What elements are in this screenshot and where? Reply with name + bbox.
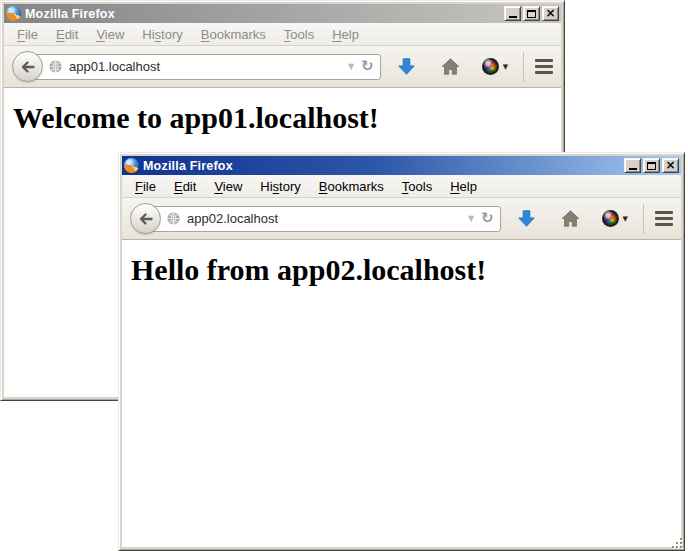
firefox-icon — [6, 6, 21, 21]
menu-panel-button[interactable] — [535, 59, 553, 74]
globe-icon — [166, 211, 181, 226]
firefox-window-app02[interactable]: Mozilla Firefox × File Edit View History… — [118, 152, 685, 551]
menu-tools[interactable]: Tools — [275, 24, 323, 45]
menu-bookmarks[interactable]: Bookmarks — [310, 176, 393, 197]
toolbar-separator — [643, 204, 644, 234]
urlbar-dropdown-icon[interactable]: ▼ — [343, 62, 359, 71]
menu-file[interactable]: File — [126, 176, 165, 197]
back-button[interactable] — [130, 203, 161, 234]
extension-caret-icon: ▼ — [623, 215, 628, 223]
extension-button[interactable]: ▼ — [602, 210, 628, 227]
url-bar[interactable]: ▼ ↻ — [27, 54, 381, 80]
close-icon: × — [545, 7, 555, 19]
maximize-button[interactable] — [523, 6, 540, 21]
page-content: Hello from app02.localhost! — [122, 240, 681, 547]
menu-bookmarks[interactable]: Bookmarks — [192, 24, 275, 45]
maximize-icon — [647, 162, 656, 170]
downloads-button[interactable] — [517, 209, 536, 228]
menu-tools[interactable]: Tools — [393, 176, 441, 197]
minimize-button[interactable] — [504, 6, 521, 21]
firefox-icon — [124, 158, 139, 173]
hamburger-icon — [655, 211, 673, 214]
window-controls: × — [624, 158, 679, 173]
extension-caret-icon: ▼ — [503, 63, 508, 71]
downloads-button[interactable] — [397, 57, 416, 76]
url-input[interactable] — [65, 59, 343, 74]
title-bar[interactable]: Mozilla Firefox × — [4, 4, 561, 23]
extension-button[interactable]: ▼ — [482, 58, 508, 75]
home-icon — [441, 57, 460, 76]
menu-edit[interactable]: Edit — [165, 176, 205, 197]
resize-grip[interactable] — [670, 536, 683, 549]
back-arrow-icon — [20, 59, 36, 75]
maximize-button[interactable] — [643, 158, 660, 173]
reload-icon[interactable]: ↻ — [359, 59, 376, 74]
home-button[interactable] — [561, 209, 580, 228]
menu-panel-button[interactable] — [655, 211, 673, 226]
close-button[interactable]: × — [662, 158, 679, 173]
menu-help[interactable]: Help — [441, 176, 486, 197]
urlbar-dropdown-icon[interactable]: ▼ — [463, 214, 479, 223]
maximize-icon — [527, 10, 536, 18]
menu-bar: File Edit View History Bookmarks Tools H… — [122, 175, 681, 198]
url-bar[interactable]: ▼ ↻ — [145, 206, 501, 232]
menu-edit[interactable]: Edit — [47, 24, 87, 45]
download-arrow-icon — [397, 57, 416, 76]
menu-bar: File Edit View History Bookmarks Tools H… — [4, 23, 561, 46]
back-arrow-icon — [138, 211, 154, 227]
color-wheel-icon — [602, 210, 619, 227]
menu-view[interactable]: View — [87, 24, 133, 45]
menu-help[interactable]: Help — [323, 24, 368, 45]
hamburger-icon — [535, 59, 553, 62]
window-title: Mozilla Firefox — [143, 159, 624, 173]
menu-view[interactable]: View — [205, 176, 251, 197]
home-icon — [561, 209, 580, 228]
reload-icon[interactable]: ↻ — [479, 211, 496, 226]
globe-icon — [48, 59, 63, 74]
navigation-toolbar: ▼ ↻ ▼ — [4, 46, 561, 88]
window-controls: × — [504, 6, 559, 21]
download-arrow-icon — [517, 209, 536, 228]
page-heading: Welcome to app01.localhost! — [13, 101, 561, 135]
minimize-icon — [509, 16, 517, 18]
home-button[interactable] — [441, 57, 460, 76]
menu-history[interactable]: History — [251, 176, 309, 197]
menu-file[interactable]: File — [8, 24, 47, 45]
page-heading: Hello from app02.localhost! — [131, 253, 681, 287]
menu-history[interactable]: History — [133, 24, 191, 45]
title-bar[interactable]: Mozilla Firefox × — [122, 156, 681, 175]
minimize-button[interactable] — [624, 158, 641, 173]
close-button[interactable]: × — [542, 6, 559, 21]
color-wheel-icon — [482, 58, 499, 75]
window-title: Mozilla Firefox — [25, 7, 504, 21]
url-input[interactable] — [183, 211, 463, 226]
close-icon: × — [665, 159, 675, 171]
minimize-icon — [629, 168, 637, 170]
toolbar-separator — [523, 52, 524, 82]
navigation-toolbar: ▼ ↻ ▼ — [122, 198, 681, 240]
back-button[interactable] — [12, 51, 43, 82]
